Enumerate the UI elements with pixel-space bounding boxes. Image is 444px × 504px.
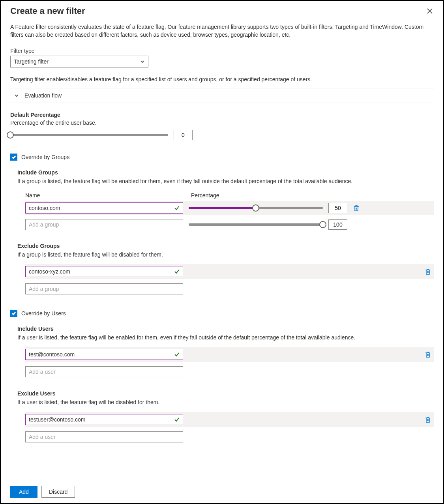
override-groups-checkbox[interactable]: [10, 154, 17, 161]
add-include-user-placeholder: Add a user: [29, 369, 56, 375]
group-percentage-input[interactable]: [328, 219, 347, 230]
group-percentage-slider[interactable]: [189, 223, 323, 226]
exclude-group-placeholder-row: Add a group: [25, 281, 434, 296]
panel-title: Create a new filter: [10, 6, 424, 16]
add-group-input[interactable]: Add a group: [25, 219, 183, 230]
delete-icon[interactable]: [353, 204, 360, 212]
group-name-value: contoso.com: [29, 205, 60, 211]
valid-icon: [174, 269, 180, 274]
valid-icon: [174, 417, 180, 422]
groups-section: Include Groups If a group is listed, the…: [17, 169, 434, 297]
exclude-groups-desc: If a group is listed, the feature flag w…: [17, 251, 434, 259]
panel-footer: Add Discard: [1, 480, 443, 503]
checkmark-icon: [11, 311, 16, 316]
default-percentage-row: [10, 130, 434, 140]
filter-type-dropdown[interactable]: Targeting filter: [10, 56, 148, 67]
exclude-group-input[interactable]: contoso-xyz.com: [25, 266, 183, 277]
include-user-value: test@contoso.com: [29, 351, 75, 358]
add-group-placeholder: Add a group: [29, 221, 59, 228]
users-section: Include Users If a user is listed, the f…: [17, 326, 434, 444]
exclude-user-row: testuser@contoso.com: [25, 412, 434, 427]
column-name: Name: [25, 192, 191, 199]
exclude-group-value: contoso-xyz.com: [29, 268, 70, 275]
evaluation-flow-label: Evaluation flow: [24, 92, 62, 99]
panel-header: Create a new filter: [1, 1, 443, 20]
delete-icon[interactable]: [424, 268, 431, 275]
default-percentage-slider[interactable]: [10, 134, 168, 136]
filter-type-label: Filter type: [10, 48, 434, 54]
include-groups-desc: If a group is listed, the feature flag w…: [17, 177, 434, 185]
include-users-heading: Include Users: [17, 326, 434, 332]
chevron-down-icon: [14, 93, 19, 98]
include-group-row: contoso.com: [25, 201, 434, 215]
override-users-row: Override by Users: [10, 310, 434, 317]
delete-icon[interactable]: [424, 351, 431, 358]
include-groups-headers: Name Percentage: [25, 192, 434, 199]
include-user-row: test@contoso.com: [25, 347, 434, 362]
exclude-group-row: contoso-xyz.com: [25, 264, 434, 279]
checkmark-icon: [11, 155, 16, 159]
valid-icon: [174, 205, 180, 211]
default-percentage-subtext: Percentage of the entire user base.: [10, 120, 434, 126]
add-include-user-input[interactable]: Add a user: [25, 366, 183, 377]
add-exclude-group-placeholder: Add a group: [29, 286, 59, 292]
group-percentage-slider[interactable]: [189, 207, 323, 209]
column-percentage: Percentage: [191, 192, 219, 199]
chevron-down-icon: [140, 59, 145, 64]
add-exclude-user-placeholder: Add a user: [29, 434, 56, 440]
filter-description: A Feature filter consistently evaluates …: [10, 23, 434, 39]
include-group-placeholder-row: Add a group: [25, 217, 434, 232]
valid-icon: [174, 352, 180, 357]
delete-icon[interactable]: [424, 416, 431, 423]
override-users-checkbox[interactable]: [10, 310, 17, 317]
filter-type-value: Targeting filter: [14, 58, 49, 65]
default-percentage-heading: Default Percentage: [10, 112, 434, 118]
close-button[interactable]: [424, 6, 435, 17]
evaluation-flow-toggle[interactable]: Evaluation flow: [10, 88, 434, 103]
group-percentage-input[interactable]: [328, 203, 347, 213]
exclude-user-input[interactable]: testuser@contoso.com: [25, 414, 183, 425]
include-user-input[interactable]: test@contoso.com: [25, 349, 183, 360]
discard-button[interactable]: Discard: [41, 486, 75, 498]
create-filter-panel: Create a new filter A Feature filter con…: [0, 0, 444, 504]
override-users-label: Override by Users: [21, 310, 66, 317]
exclude-users-heading: Exclude Users: [17, 390, 434, 397]
exclude-user-value: testuser@contoso.com: [29, 416, 85, 423]
close-icon: [427, 8, 433, 14]
override-groups-label: Override by Groups: [21, 154, 69, 160]
group-name-input[interactable]: contoso.com: [25, 202, 183, 214]
add-button[interactable]: Add: [10, 486, 37, 498]
override-groups-row: Override by Groups: [10, 154, 434, 161]
add-exclude-group-input[interactable]: Add a group: [25, 283, 183, 294]
exclude-groups-heading: Exclude Groups: [17, 243, 434, 249]
include-users-desc: If a user is listed, the feature flag wi…: [17, 334, 434, 341]
default-percentage-input[interactable]: [174, 130, 193, 140]
add-exclude-user-input[interactable]: Add a user: [25, 431, 183, 442]
include-groups-heading: Include Groups: [17, 169, 434, 176]
include-user-placeholder-row: Add a user: [25, 364, 434, 379]
exclude-user-placeholder-row: Add a user: [25, 429, 434, 444]
panel-body: A Feature filter consistently evaluates …: [1, 20, 443, 480]
targeting-description: Targeting filter enables/disables a feat…: [10, 76, 434, 82]
exclude-users-desc: If a user is listed, the feature flag wi…: [17, 398, 434, 406]
